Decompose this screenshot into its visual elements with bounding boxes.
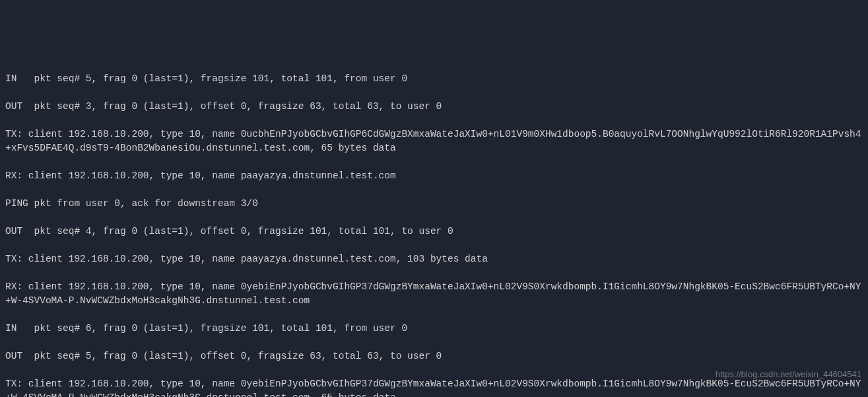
log-line: TX: client 192.168.10.200, type 10, name…	[5, 252, 863, 266]
terminal-output: IN pkt seq# 5, frag 0 (last=1), fragsize…	[5, 58, 863, 397]
log-line: RX: client 192.168.10.200, type 10, name…	[5, 169, 863, 183]
log-line: IN pkt seq# 5, frag 0 (last=1), fragsize…	[5, 72, 863, 86]
log-line: IN pkt seq# 6, frag 0 (last=1), fragsize…	[5, 322, 863, 336]
log-line: PING pkt from user 0, ack for downstream…	[5, 197, 863, 211]
log-line: TX: client 192.168.10.200, type 10, name…	[5, 127, 863, 155]
log-line: OUT pkt seq# 3, frag 0 (last=1), offset …	[5, 100, 863, 114]
watermark-text: https://blog.csdn.net/weixin_44604541	[716, 369, 861, 381]
log-line: OUT pkt seq# 5, frag 0 (last=1), offset …	[5, 349, 863, 363]
log-line: OUT pkt seq# 4, frag 0 (last=1), offset …	[5, 225, 863, 238]
log-line: RX: client 192.168.10.200, type 10, name…	[5, 280, 863, 308]
